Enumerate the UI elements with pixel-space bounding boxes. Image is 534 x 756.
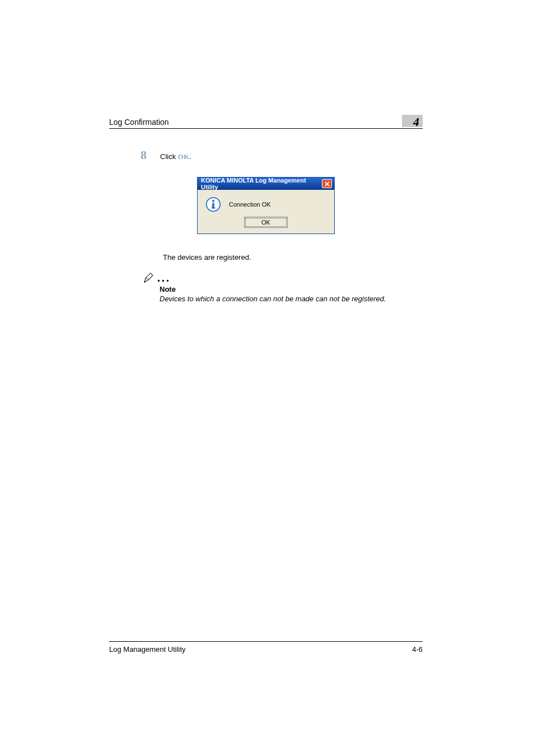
note-label: Note (160, 285, 423, 293)
svg-rect-3 (212, 207, 216, 208)
step-action: OK (178, 152, 189, 161)
note-body: Devices to which a connection can not be… (160, 295, 423, 303)
dialog-message: Connection OK (229, 201, 271, 208)
footer-product: Log Management Utility (109, 645, 186, 654)
page-footer: Log Management Utility 4-6 (109, 641, 423, 654)
step-row: 8 Click OK. (140, 148, 423, 162)
step-suffix: . (189, 152, 191, 161)
info-icon (205, 197, 221, 212)
page-header: Log Confirmation 4 (109, 115, 423, 129)
step-prefix: Click (160, 152, 178, 161)
dialog-button-row: OK (198, 216, 334, 234)
chapter-number: 4 (413, 116, 419, 128)
dialog-screenshot: KONICA MINOLTA Log Management Utility Co… (197, 177, 335, 234)
svg-point-1 (212, 200, 214, 202)
step-text: Click OK. (160, 152, 191, 161)
ok-button[interactable]: OK (245, 218, 287, 227)
step-number: 8 (140, 148, 147, 162)
dialog-title: KONICA MINOLTA Log Management Utility (201, 177, 322, 190)
section-title: Log Confirmation (109, 118, 169, 127)
chapter-badge: 4 (402, 115, 423, 127)
footer-page: 4-6 (412, 645, 423, 654)
close-icon[interactable] (322, 179, 332, 188)
dots-icon: ... (157, 275, 171, 281)
dialog-window: KONICA MINOLTA Log Management Utility Co… (197, 177, 335, 234)
result-text: The devices are registered. (163, 253, 423, 262)
dialog-titlebar: KONICA MINOLTA Log Management Utility (198, 178, 334, 190)
dialog-body: Connection OK (198, 190, 334, 216)
note-head: ... (143, 272, 423, 284)
pen-icon (143, 272, 155, 284)
note-block: ... Note Devices to which a connection c… (143, 272, 423, 303)
